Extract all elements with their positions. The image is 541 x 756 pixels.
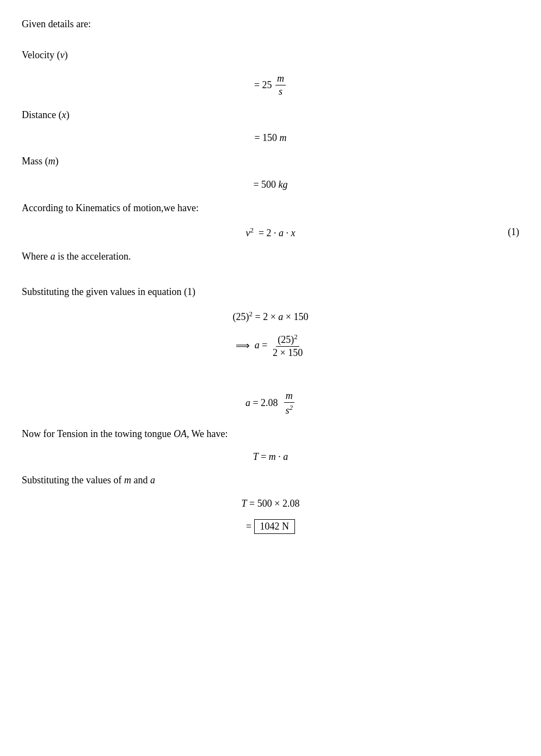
accel-fraction: (25)2 2 × 150 — [271, 333, 304, 359]
kinematics-equation: v2 = 2 · a · x (1) — [22, 226, 519, 239]
tension-result: = 1042 N — [22, 519, 519, 534]
tension-substitution: T = 500 × 2.08 — [22, 498, 519, 509]
mass-label: Mass (m) — [22, 153, 519, 169]
accel-unit-fraction: m s2 — [284, 390, 295, 416]
velocity-label: Velocity (v) — [22, 47, 519, 63]
velocity-equation: = 25 m s — [22, 73, 519, 97]
substituting2-intro: Substituting the values of m and a — [22, 472, 519, 488]
kinematics-intro: According to Kinematics of motion,we hav… — [22, 200, 519, 216]
distance-label: Distance (x) — [22, 107, 519, 123]
substitution-eq2: ⟹ a = (25)2 2 × 150 — [22, 333, 519, 359]
velocity-fraction: m s — [275, 73, 286, 97]
tension-formula: T = m · a — [22, 451, 519, 463]
substitution-eq1: (25)2 = 2 × a × 150 — [22, 310, 519, 323]
final-answer: 1042 N — [254, 519, 296, 534]
given-header: Given details are: — [22, 16, 519, 32]
tension-intro: Now for Tension in the towing tongue OA,… — [22, 426, 519, 442]
equation-number: (1) — [508, 226, 519, 238]
mass-equation: = 500 kg — [22, 179, 519, 190]
distance-equation: = 150 m — [22, 132, 519, 144]
substituting-intro: Substituting the given values in equatio… — [22, 284, 519, 300]
acceleration-result: a = 2.08 m s2 — [22, 390, 519, 416]
where-text: Where a is the acceleration. — [22, 249, 519, 265]
